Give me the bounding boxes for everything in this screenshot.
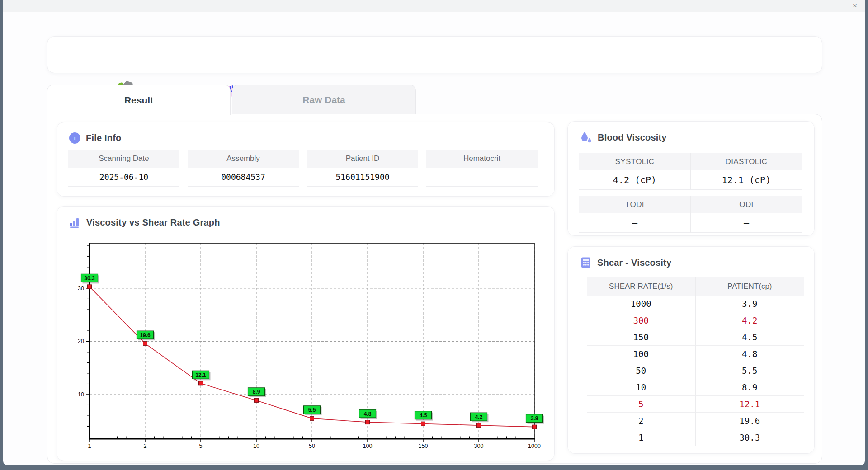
bv-header-cell: SYSTOLIC <box>579 153 691 170</box>
shear-viscosity-table: SHEAR RATE(1/s)PATIENT(cp)10003.93004.21… <box>587 277 804 446</box>
file-info-field: Assembly000684537 <box>188 150 299 187</box>
file-info-card: i File Info Scanning Date2025-06-10Assem… <box>57 122 555 197</box>
sv-column-header: PATIENT(cp) <box>696 277 804 296</box>
field-value <box>426 168 538 187</box>
table-row: 108.9 <box>587 379 804 396</box>
graph-card: Viscosity vs Shear Rate Graph 1020301251… <box>57 206 555 461</box>
table-row: 130.3 <box>587 429 804 446</box>
svg-text:8.9: 8.9 <box>253 389 260 395</box>
window-titlebar: × <box>3 0 865 12</box>
sv-header-row: SHEAR RATE(1/s)PATIENT(cp) <box>587 277 804 296</box>
bv-value-row: 4.2 (cP)12.1 (cP) <box>579 170 802 190</box>
shear-viscosity-title: Shear - Viscosity <box>597 258 671 268</box>
patient-cp-cell: 5.5 <box>696 362 804 379</box>
bv-header-cell: DIASTOLIC <box>691 153 802 170</box>
blood-viscosity-table: SYSTOLICDIASTOLIC4.2 (cP)12.1 (cP)TODIOD… <box>579 153 802 233</box>
sv-column-header: SHEAR RATE(1/s) <box>587 277 696 296</box>
svg-text:1: 1 <box>88 443 91 449</box>
table-row: 512.1 <box>587 396 804 413</box>
bv-header-cell: TODI <box>579 196 691 213</box>
svg-text:4.8: 4.8 <box>364 411 372 417</box>
field-label: Hematocrit <box>426 150 538 168</box>
shear-viscosity-card: Shear - Viscosity SHEAR RATE(1/s)PATIENT… <box>567 246 815 454</box>
patient-cp-cell: 3.9 <box>696 296 804 312</box>
patient-cp-cell: 30.3 <box>696 429 804 446</box>
table-row: 1504.5 <box>587 329 804 346</box>
shear-rate-cell: 1000 <box>587 296 696 312</box>
tab-raw-data-label: Raw Data <box>302 94 345 105</box>
svg-text:1000: 1000 <box>528 443 541 449</box>
viscosity-chart: 1020301251050100150300100030.319.612.18.… <box>71 240 545 450</box>
bv-value-cell: – <box>579 213 691 233</box>
bv-value-cell: 12.1 (cP) <box>691 170 802 190</box>
svg-text:10: 10 <box>78 391 84 398</box>
close-icon[interactable]: × <box>849 1 860 11</box>
svg-text:5.5: 5.5 <box>308 407 316 413</box>
header-card: Ubiosis 스캐닝 모세관 점도계 <box>47 36 822 73</box>
svg-text:3.9: 3.9 <box>531 415 538 422</box>
file-info-field: Patient ID51601151900 <box>307 150 418 187</box>
svg-text:30.3: 30.3 <box>84 275 95 282</box>
bv-header-cell: ODI <box>691 196 802 213</box>
file-info-fields: Scanning Date2025-06-10Assembly000684537… <box>68 150 538 187</box>
shear-rate-cell: 100 <box>587 346 696 362</box>
tab-result[interactable]: Result <box>47 85 231 115</box>
svg-text:4.5: 4.5 <box>420 412 427 418</box>
patient-cp-cell: 4.8 <box>696 346 804 362</box>
info-icon: i <box>69 132 80 144</box>
table-row: 505.5 <box>587 362 804 379</box>
svg-text:30: 30 <box>78 285 84 291</box>
svg-text:10: 10 <box>253 443 259 449</box>
bar-chart-icon <box>69 216 81 228</box>
bv-value-cell: 4.2 (cP) <box>579 170 691 190</box>
patient-cp-cell: 4.2 <box>696 312 804 329</box>
svg-text:4.2: 4.2 <box>475 414 483 420</box>
file-info-title: File Info <box>86 133 121 143</box>
svg-text:150: 150 <box>419 443 428 449</box>
shear-rate-cell: 50 <box>587 362 696 379</box>
field-value: 000684537 <box>188 168 299 187</box>
bv-value-cell: – <box>691 213 802 233</box>
svg-text:12.1: 12.1 <box>195 372 206 378</box>
water-drops-icon <box>580 132 592 144</box>
blood-viscosity-card: Blood Viscosity SYSTOLICDIASTOLIC4.2 (cP… <box>567 121 815 236</box>
table-row: 1004.8 <box>587 346 804 362</box>
field-value: 51601151900 <box>307 168 418 187</box>
tab-result-label: Result <box>124 95 153 106</box>
app-window: × Ubiosis 스캐닝 모세관 점도계 Result Raw Data i … <box>0 0 868 470</box>
patient-cp-cell: 8.9 <box>696 379 804 396</box>
shear-rate-cell: 10 <box>587 379 696 396</box>
file-info-field: Scanning Date2025-06-10 <box>68 150 179 187</box>
table-row: 219.6 <box>587 413 804 429</box>
table-row: 10003.9 <box>587 296 804 312</box>
patient-cp-cell: 12.1 <box>696 396 804 413</box>
patient-cp-cell: 4.5 <box>696 329 804 346</box>
svg-text:2: 2 <box>144 443 147 449</box>
svg-text:5: 5 <box>199 443 203 449</box>
bv-header-row: SYSTOLICDIASTOLIC <box>579 153 802 170</box>
svg-text:300: 300 <box>474 443 484 449</box>
shear-rate-cell: 150 <box>587 329 696 346</box>
svg-text:19.6: 19.6 <box>140 332 151 338</box>
shear-rate-cell: 1 <box>587 429 696 446</box>
svg-text:50: 50 <box>309 443 315 449</box>
tab-raw-data[interactable]: Raw Data <box>232 85 416 114</box>
svg-text:20: 20 <box>78 338 84 344</box>
shear-rate-cell: 5 <box>587 396 696 413</box>
shear-rate-cell: 300 <box>587 312 696 329</box>
table-row: 3004.2 <box>587 312 804 329</box>
field-value: 2025-06-10 <box>68 168 179 187</box>
field-label: Scanning Date <box>68 150 179 168</box>
svg-text:100: 100 <box>363 443 373 449</box>
bv-header-row: TODIODI <box>579 196 802 213</box>
blood-viscosity-title: Blood Viscosity <box>598 132 667 143</box>
field-label: Patient ID <box>307 150 418 168</box>
file-info-field: Hematocrit <box>426 150 538 187</box>
patient-cp-cell: 19.6 <box>696 413 804 429</box>
field-label: Assembly <box>188 150 299 168</box>
shear-rate-cell: 2 <box>587 413 696 429</box>
bv-value-row: –– <box>579 213 802 233</box>
graph-title: Viscosity vs Shear Rate Graph <box>86 217 220 228</box>
calculator-icon <box>580 257 592 268</box>
